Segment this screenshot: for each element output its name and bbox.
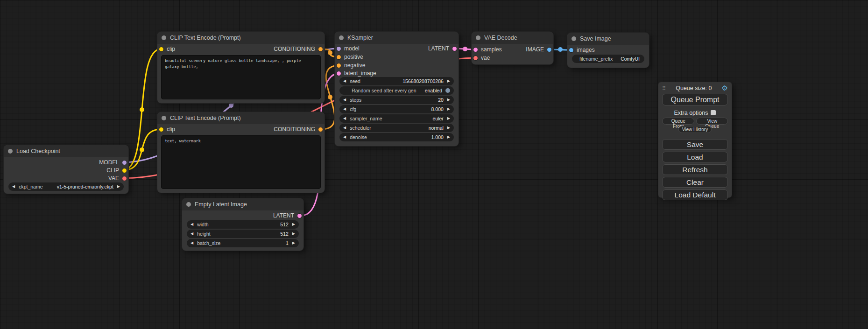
decrement-arrow-icon[interactable]: ◀ xyxy=(343,96,346,104)
latent-image-input-slot: latent_image xyxy=(337,70,376,77)
widget-label: height xyxy=(197,231,276,237)
widget-value: v1-5-pruned-emaonly.ckpt xyxy=(57,184,113,189)
decrement-arrow-icon[interactable]: ◀ xyxy=(343,114,346,123)
link-midpoint-dot xyxy=(140,147,144,152)
latent-image-input-port[interactable] xyxy=(337,71,341,76)
decrement-arrow-icon[interactable]: ◀ xyxy=(343,124,346,132)
node-clip-text-encode-positive[interactable]: CLIP Text Encode (Prompt) clip CONDITION… xyxy=(157,32,325,103)
random-seed-widget[interactable]: Random seed after every gen enabled xyxy=(339,86,454,95)
node-title-bar[interactable]: CLIP Text Encode (Prompt) xyxy=(157,32,325,44)
load-button[interactable]: Load xyxy=(662,152,728,162)
negative-input-port[interactable] xyxy=(337,63,341,68)
latent-output-slot: LATENT xyxy=(428,45,457,52)
vae-input-port[interactable] xyxy=(473,56,478,60)
samples-input-port[interactable] xyxy=(473,48,478,52)
decrement-arrow-icon[interactable]: ◀ xyxy=(191,239,193,247)
widget-value: 156680208700286 xyxy=(402,78,444,84)
slot-label: positive xyxy=(344,54,363,60)
increment-arrow-icon[interactable]: ▶ xyxy=(292,239,295,247)
node-save-image[interactable]: Save Image images filename_prefix ComfyU… xyxy=(567,33,649,68)
model-output-port[interactable] xyxy=(122,161,127,165)
view-queue-button[interactable]: View Queue xyxy=(696,118,728,125)
batch-size-widget[interactable]: ◀ batch_size 1 ▶ xyxy=(187,239,299,247)
decrement-arrow-icon[interactable]: ◀ xyxy=(12,182,15,191)
sampler-name-widget[interactable]: ◀ sampler_name euler ▶ xyxy=(339,114,454,123)
load-default-button[interactable]: Load Default xyxy=(662,189,728,200)
decrement-arrow-icon[interactable]: ◀ xyxy=(343,105,346,113)
clip-input-port[interactable] xyxy=(159,127,163,132)
height-widget[interactable]: ◀ height 512 ▶ xyxy=(187,230,299,238)
clip-output-port[interactable] xyxy=(122,168,127,173)
steps-widget[interactable]: ◀ steps 20 ▶ xyxy=(339,96,454,104)
scheduler-widget[interactable]: ◀ scheduler normal ▶ xyxy=(339,124,454,132)
increment-arrow-icon[interactable]: ▶ xyxy=(447,77,450,85)
node-empty-latent-image[interactable]: Empty Latent Image LATENT ◀ width 512 ▶ … xyxy=(182,198,303,251)
save-button[interactable]: Save xyxy=(662,139,728,150)
images-input-slot: images xyxy=(569,46,595,54)
toggle-icon[interactable] xyxy=(445,88,450,93)
node-title-bar[interactable]: Save Image xyxy=(567,33,649,45)
images-input-port[interactable] xyxy=(569,48,573,52)
node-status-dot-icon xyxy=(572,36,576,41)
model-input-port[interactable] xyxy=(337,47,341,51)
node-title-bar[interactable]: KSampler xyxy=(335,32,459,44)
increment-arrow-icon[interactable]: ▶ xyxy=(117,182,120,191)
latent-output-port[interactable] xyxy=(297,214,302,218)
increment-arrow-icon[interactable]: ▶ xyxy=(292,220,295,229)
vae-output-port[interactable] xyxy=(122,176,127,181)
increment-arrow-icon[interactable]: ▶ xyxy=(447,114,450,123)
increment-arrow-icon[interactable]: ▶ xyxy=(447,133,450,141)
view-history-button[interactable]: View History xyxy=(678,126,712,133)
decrement-arrow-icon[interactable]: ◀ xyxy=(191,230,193,238)
conditioning-output-port[interactable] xyxy=(318,127,323,132)
node-title-bar[interactable]: Empty Latent Image xyxy=(182,198,303,210)
decrement-arrow-icon[interactable]: ◀ xyxy=(343,133,346,141)
positive-input-port[interactable] xyxy=(337,55,341,59)
widget-label: scheduler xyxy=(350,125,425,131)
graph-canvas[interactable]: Load Checkpoint MODEL CLIP VAE ◀ ckpt_na… xyxy=(0,0,868,329)
slot-label: clip xyxy=(167,46,175,52)
node-vae-decode[interactable]: VAE Decode samples vae IMAGE xyxy=(472,32,553,64)
decrement-arrow-icon[interactable]: ◀ xyxy=(191,220,193,229)
image-output-port[interactable] xyxy=(547,48,551,52)
link-midpoint-dot xyxy=(328,50,332,55)
width-widget[interactable]: ◀ width 512 ▶ xyxy=(187,220,299,229)
refresh-button[interactable]: Refresh xyxy=(662,164,728,175)
clear-button[interactable]: Clear xyxy=(662,177,728,188)
seed-widget[interactable]: ◀ seed 156680208700286 ▶ xyxy=(339,77,454,85)
prompt-text-area[interactable]: beautiful scenery nature glass bottle la… xyxy=(161,55,321,99)
prompt-text-area[interactable]: text, watermark xyxy=(161,135,321,189)
ckpt-name-widget[interactable]: ◀ ckpt_name v1-5-pruned-emaonly.ckpt ▶ xyxy=(8,182,124,191)
extra-options-checkbox[interactable] xyxy=(711,110,716,115)
cfg-widget[interactable]: ◀ cfg 8.000 ▶ xyxy=(339,105,454,113)
widget-value: 512 xyxy=(280,222,289,227)
widget-label: Random seed after every gen xyxy=(347,88,421,93)
increment-arrow-icon[interactable]: ▶ xyxy=(447,105,450,113)
latent-output-port[interactable] xyxy=(452,47,457,51)
queue-front-button[interactable]: Queue Front xyxy=(662,118,694,125)
conditioning-output-port[interactable] xyxy=(318,47,323,51)
node-clip-text-encode-negative[interactable]: CLIP Text Encode (Prompt) clip CONDITION… xyxy=(157,112,325,193)
widget-label: ckpt_name xyxy=(19,184,53,189)
node-title-bar[interactable]: Load Checkpoint xyxy=(4,145,128,157)
increment-arrow-icon[interactable]: ▶ xyxy=(447,124,450,132)
increment-arrow-icon[interactable]: ▶ xyxy=(447,96,450,104)
node-title: Save Image xyxy=(580,35,611,42)
decrement-arrow-icon[interactable]: ◀ xyxy=(343,77,346,85)
clip-input-slot: clip xyxy=(159,45,175,53)
widget-label: denoise xyxy=(350,134,427,140)
drag-handle-icon[interactable]: ⠿ xyxy=(662,85,666,91)
clip-input-port[interactable] xyxy=(159,47,163,51)
node-ksampler[interactable]: KSampler model positive negative latent_… xyxy=(335,32,459,146)
node-title-bar[interactable]: VAE Decode xyxy=(472,32,553,44)
link-midpoint-dot xyxy=(558,47,563,52)
queue-menu-header: ⠿ Queue size: 0 ⚙ xyxy=(662,84,728,92)
filename-prefix-widget[interactable]: filename_prefix ComfyUI xyxy=(572,55,644,63)
node-load-checkpoint[interactable]: Load Checkpoint MODEL CLIP VAE ◀ ckpt_na… xyxy=(4,145,128,194)
increment-arrow-icon[interactable]: ▶ xyxy=(292,230,295,238)
settings-gear-icon[interactable]: ⚙ xyxy=(722,84,728,92)
queue-prompt-button[interactable]: Queue Prompt xyxy=(662,94,728,105)
denoise-widget[interactable]: ◀ denoise 1.000 ▶ xyxy=(339,133,454,141)
link-midpoint-dot xyxy=(140,107,144,112)
node-title-bar[interactable]: CLIP Text Encode (Prompt) xyxy=(157,112,325,124)
